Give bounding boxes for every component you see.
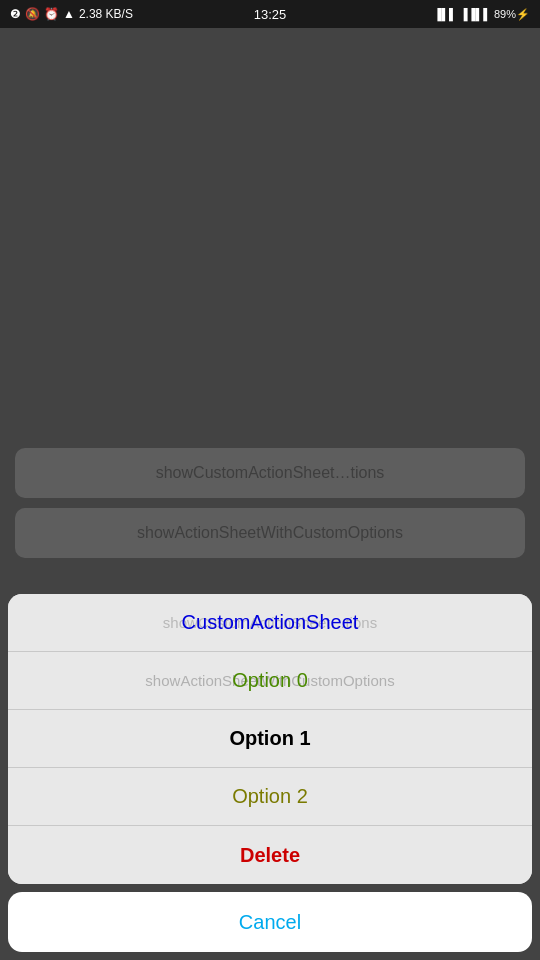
wifi-icon: ▲ [63, 7, 75, 21]
alarm-icon: ⏰ [44, 7, 59, 21]
notification-icon: ❷ [10, 7, 21, 21]
action-sheet-main-group: showCustomActionSheet…tions CustomAction… [8, 594, 532, 884]
option-1-label: Option 1 [229, 727, 310, 750]
action-sheet-wrapper: showCustomActionSheet…tions CustomAction… [0, 586, 540, 960]
battery-level: 89 [494, 8, 506, 20]
time-display: 13:25 [254, 7, 287, 22]
signal2-icon: ▐▐▌▌ [460, 8, 491, 20]
do-not-disturb-icon: 🔕 [25, 7, 40, 21]
action-sheet-cancel[interactable]: Cancel [8, 892, 532, 952]
action-sheet-cancel-group: Cancel [8, 892, 532, 952]
status-left: ❷ 🔕 ⏰ ▲ 2.38 KB/S [10, 7, 133, 21]
action-sheet-subtitle-row: showActionSheetWithCustomOptions Option … [8, 652, 532, 710]
option-2-label: Option 2 [232, 785, 308, 808]
status-right: ▐▌▌ ▐▐▌▌ 89%⚡ [433, 8, 530, 21]
battery-icon: 89%⚡ [494, 8, 530, 21]
speed-indicator: 2.38 KB/S [79, 7, 133, 21]
action-sheet-title: CustomActionSheet [182, 611, 359, 634]
delete-label: Delete [240, 844, 300, 867]
option-0-label[interactable]: Option 0 [232, 669, 308, 692]
action-sheet-option-2[interactable]: Option 2 [8, 768, 532, 826]
action-sheet-delete[interactable]: Delete [8, 826, 532, 884]
signal-icon: ▐▌▌ [433, 8, 456, 20]
cancel-label: Cancel [239, 911, 301, 934]
action-sheet-title-row: showCustomActionSheet…tions CustomAction… [8, 594, 532, 652]
action-sheet-option-1[interactable]: Option 1 [8, 710, 532, 768]
status-bar: ❷ 🔕 ⏰ ▲ 2.38 KB/S 13:25 ▐▌▌ ▐▐▌▌ 89%⚡ [0, 0, 540, 28]
